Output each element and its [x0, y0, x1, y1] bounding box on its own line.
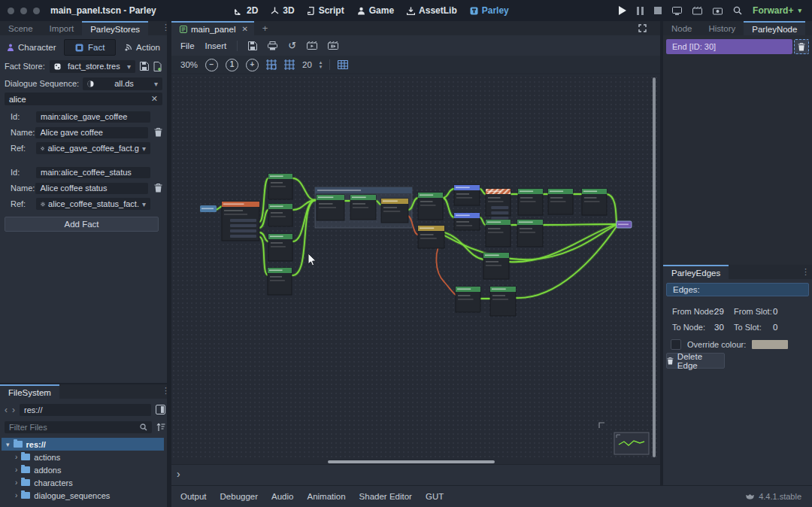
tree-item-characters[interactable]: › characters [2, 476, 164, 489]
expand-panel-icon[interactable] [638, 24, 647, 32]
collapse-icon[interactable]: ▾ [6, 441, 10, 448]
grid-size-spinner[interactable]: ▴▾ [320, 60, 323, 69]
tab-history[interactable]: History [701, 21, 744, 35]
expand-icon[interactable]: › [15, 478, 17, 487]
graph-node-green[interactable] [490, 287, 516, 316]
zoom-reset-button[interactable]: 1 [226, 59, 238, 71]
graph-edge[interactable] [543, 224, 617, 225]
character-type-button[interactable]: Character [5, 43, 59, 52]
graph-node-green[interactable] [350, 195, 376, 220]
test-dialogue-button[interactable] [307, 41, 317, 50]
zoom-out-button[interactable]: − [205, 59, 218, 71]
fact-id-input[interactable]: main:alice_gave_coffee [36, 111, 150, 123]
main-screen-2d[interactable]: 2D [235, 5, 258, 16]
tab-filesystem[interactable]: FileSystem [0, 384, 59, 399]
graph-node-green[interactable] [268, 234, 292, 261]
tree-item-dialogue-sequences[interactable]: › dialogue_sequences [2, 489, 164, 502]
graph-node-green[interactable] [548, 189, 573, 214]
tab-parleystores[interactable]: ParleyStores [82, 21, 148, 35]
filter-files-input[interactable]: Filter Files [5, 421, 152, 433]
insert-menu[interactable]: Insert [205, 41, 227, 50]
graph-node-blue[interactable] [454, 185, 480, 205]
graph-node-green[interactable] [418, 193, 443, 220]
tab-node[interactable]: Node [663, 21, 701, 35]
delete-edge-button[interactable]: Delete Edge [666, 353, 725, 369]
main-screen-parley[interactable]: Parley [470, 5, 509, 16]
sort-files-button[interactable] [156, 423, 165, 432]
graph-vscrollbar[interactable] [653, 77, 656, 457]
dialogue-sequence-dropdown[interactable]: all.ds ▾ [83, 77, 162, 90]
graph-node-green[interactable] [268, 268, 292, 295]
file-menu[interactable]: File [180, 41, 195, 50]
bottom-panel-expander[interactable]: › [177, 468, 180, 480]
tab-import[interactable]: Import [41, 21, 83, 35]
tree-item-actions[interactable]: › actions [2, 451, 164, 463]
selected-node-header[interactable]: End [ID: 30] [666, 39, 792, 54]
movie-maker-button[interactable] [692, 7, 702, 15]
graph-node-green[interactable] [517, 220, 543, 247]
version-info[interactable]: 4.4.1.stable [746, 492, 801, 501]
renderer-dropdown[interactable]: Forward+ ▾ [753, 5, 801, 16]
new-fact-store-button[interactable] [153, 62, 162, 71]
edges-section-header[interactable]: Edges: [666, 283, 809, 296]
expand-icon[interactable]: › [15, 453, 17, 461]
graph-node-green[interactable] [483, 253, 509, 279]
bottom-tab-animation[interactable]: Animation [307, 492, 345, 501]
pause-button[interactable] [637, 7, 644, 15]
from-node-value[interactable]: 29 [714, 307, 734, 316]
play-button[interactable] [618, 6, 626, 15]
bottom-tab-output[interactable]: Output [180, 492, 207, 501]
instance-inspect-button[interactable] [733, 6, 742, 15]
main-screen-assetlib[interactable]: AssetLib [407, 5, 457, 16]
override-colour-checkbox[interactable] [671, 339, 681, 350]
bottom-tab-gut[interactable]: GUT [426, 492, 444, 501]
window-controls[interactable] [8, 8, 40, 14]
fact-id-input[interactable]: main:alice_coffee_status [36, 167, 150, 178]
save-button[interactable] [248, 41, 257, 50]
override-colour-swatch[interactable] [752, 340, 788, 349]
movie-record-button[interactable] [713, 7, 723, 15]
graph-node-orange_striped[interactable] [486, 189, 511, 220]
window-maximize-icon[interactable] [33, 8, 40, 14]
graph-minimap[interactable] [614, 433, 649, 454]
print-button[interactable] [268, 41, 277, 50]
tab-parleynode[interactable]: ParleyNode [744, 21, 805, 35]
grid-size-value[interactable]: 20 [302, 60, 312, 69]
to-slot-value[interactable]: 0 [773, 323, 777, 332]
bottom-tab-shader-editor[interactable]: Shader Editor [359, 492, 412, 501]
tab-scene[interactable]: Scene [0, 21, 41, 35]
bottom-tab-debugger[interactable]: Debugger [220, 492, 259, 501]
graph-hscrollbar-thumb[interactable] [328, 460, 495, 463]
clear-search-icon[interactable]: ✕ [151, 94, 158, 104]
split-mode-button[interactable] [156, 405, 165, 414]
graph-node-green[interactable] [268, 174, 292, 199]
reset-zoom-button[interactable]: ↺ [288, 41, 296, 50]
close-tab-icon[interactable]: ✕ [241, 25, 247, 33]
test-dialogue-from-start-button[interactable] [328, 41, 338, 50]
minimap-toggle-button[interactable] [338, 60, 348, 69]
main-screen-3d[interactable]: 3D [271, 5, 294, 16]
snap-toggle-button[interactable] [266, 59, 277, 70]
bottom-tab-audio[interactable]: Audio [271, 492, 293, 501]
graph-edge[interactable] [292, 178, 315, 200]
tree-item-addons[interactable]: › addons [2, 463, 164, 476]
tab-main-panel[interactable]: main_panel ✕ [171, 21, 254, 35]
graph-node-green[interactable] [582, 189, 607, 215]
fact-name-input[interactable]: Alice coffee status [35, 183, 148, 194]
tab-parleyedges[interactable]: ParleyEdges [663, 265, 729, 279]
tree-item-root[interactable]: ▾ res:// [2, 438, 164, 451]
zoom-in-button[interactable]: + [246, 59, 259, 71]
expand-icon[interactable]: › [15, 466, 17, 474]
new-tab-button[interactable]: + [254, 21, 277, 35]
fact-name-input[interactable]: Alice gave coffee [35, 127, 148, 138]
expand-icon[interactable]: › [15, 491, 17, 499]
delete-fact-button[interactable] [154, 184, 162, 193]
graph-canvas[interactable] [171, 75, 660, 496]
left-dock-menu-icon[interactable]: ⋮ [162, 23, 170, 31]
fact-type-button[interactable]: Fact [64, 39, 116, 56]
from-slot-value[interactable]: 0 [773, 307, 777, 316]
graph-node-green[interactable] [317, 195, 344, 220]
graph-node-blue[interactable] [454, 213, 480, 230]
delete-node-button[interactable] [794, 39, 809, 54]
filesystem-menu-icon[interactable]: ⋮ [162, 387, 170, 394]
